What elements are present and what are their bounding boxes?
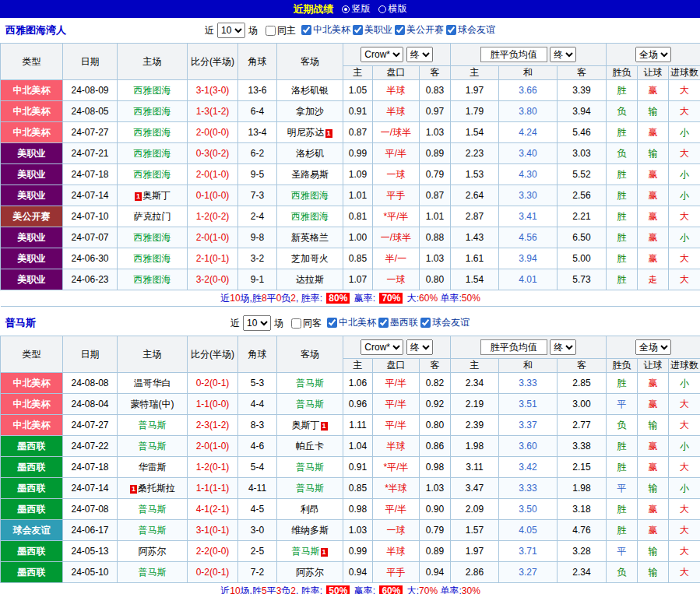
match-score[interactable]: 0-2(0-1)	[188, 373, 238, 394]
team-name[interactable]: 普马斯	[296, 483, 324, 494]
red-card-badge: 1	[321, 548, 328, 557]
team-name[interactable]: 维纳多斯	[291, 525, 329, 536]
match-score[interactable]: 3-2(0-0)	[188, 269, 238, 290]
team-name[interactable]: 奥斯丁	[292, 420, 320, 431]
team-name[interactable]: 西雅图海	[134, 232, 171, 243]
league-checkbox[interactable]	[378, 318, 389, 328]
team-name[interactable]: 阿苏尔	[296, 567, 324, 578]
team-name[interactable]: 帕丘卡	[296, 441, 324, 452]
team-name[interactable]: 西雅图海	[134, 85, 171, 96]
league-filter[interactable]: 球会友谊	[420, 316, 470, 329]
team-name[interactable]: 西雅图海	[134, 127, 171, 138]
match-score[interactable]: 2-1(0-1)	[188, 248, 238, 269]
scope-select[interactable]: 全场	[635, 47, 671, 62]
team-name[interactable]: 圣路易斯	[291, 169, 329, 180]
league-checkbox[interactable]	[395, 25, 405, 35]
team-name[interactable]: 新英格兰	[291, 232, 329, 243]
team-name[interactable]: 华雷斯	[139, 462, 167, 473]
league-checkbox[interactable]	[353, 25, 363, 35]
match-score[interactable]: 0-1(0-0)	[188, 185, 238, 206]
team-name[interactable]: 萨克拉门	[134, 211, 171, 222]
league-checkbox[interactable]	[420, 318, 431, 328]
games-count-select[interactable]: 10	[243, 315, 271, 331]
team-name[interactable]: 西雅图海	[134, 148, 171, 159]
team-name[interactable]: 西雅图海	[134, 274, 171, 285]
bookmaker-select[interactable]: Crow*	[361, 339, 403, 355]
team-name[interactable]: 普马斯	[296, 399, 324, 409]
league-checkbox[interactable]	[301, 25, 311, 35]
league-checkbox[interactable]	[327, 318, 337, 328]
team-name[interactable]: 普马斯	[139, 441, 167, 452]
same-venue-filter[interactable]: 同主	[266, 24, 296, 37]
league-checkbox[interactable]	[446, 25, 456, 35]
team-name[interactable]: 普马斯	[139, 525, 167, 536]
league-filter[interactable]: 美职业	[353, 23, 392, 37]
team-name[interactable]: 普马斯	[296, 378, 324, 388]
team-name[interactable]: 西雅图海	[291, 211, 329, 222]
match-score[interactable]: 1-2(0-2)	[188, 206, 238, 227]
team-name[interactable]: 桑托斯拉	[138, 483, 175, 494]
match-score[interactable]: 2-0(1-0)	[188, 436, 238, 457]
team-name[interactable]: 普马斯	[139, 567, 167, 578]
match-score[interactable]: 1-2(0-1)	[188, 457, 238, 478]
team-name[interactable]: 普马斯	[292, 546, 320, 557]
layout-option-horizontal[interactable]: 横版	[378, 2, 407, 16]
team-name[interactable]: 拿加沙	[296, 106, 324, 117]
match-score[interactable]: 3-1(3-0)	[188, 80, 238, 101]
match-score[interactable]: 1-1(0-0)	[188, 394, 238, 415]
match-score[interactable]: 2-3(1-2)	[188, 415, 238, 436]
team-name[interactable]: 达拉斯	[296, 274, 324, 285]
radio-selected-icon[interactable]	[342, 5, 350, 13]
scope-select[interactable]: 全场	[635, 339, 671, 355]
league-filter[interactable]: 中北美杯	[327, 316, 376, 329]
home-team-cell: 阿苏尔	[118, 541, 188, 562]
match-score[interactable]: 2-0(0-0)	[188, 122, 238, 143]
team-name[interactable]: 利昂	[301, 504, 319, 515]
layout-option-vertical[interactable]: 竖版	[342, 2, 371, 16]
radio-unselected-icon[interactable]	[378, 5, 386, 13]
team-name[interactable]: 洛杉矶银	[291, 85, 329, 96]
col-score: 比分(半场)	[188, 336, 238, 373]
home-team-cell: 普马斯	[118, 436, 188, 457]
team-name[interactable]: 奥斯丁	[142, 190, 171, 201]
team-name[interactable]: 蒙特瑞(中)	[131, 399, 174, 409]
avg-time-select[interactable]: 终	[550, 339, 576, 355]
team-name[interactable]: 西雅图海	[134, 106, 171, 117]
league-filter[interactable]: 中北美杯	[301, 23, 350, 37]
same-venue-filter[interactable]: 同客	[291, 317, 322, 330]
away-team-cell: 达拉斯	[277, 269, 343, 290]
match-score[interactable]: 3-1(0-1)	[188, 520, 238, 541]
match-score[interactable]: 1-1(1-1)	[188, 478, 238, 499]
bookmaker-select[interactable]: Crow*	[361, 47, 403, 62]
avg-time-select[interactable]: 终	[550, 47, 576, 62]
match-score[interactable]: 1-3(1-2)	[188, 101, 238, 122]
league-filter[interactable]: 美公开赛	[395, 23, 444, 37]
summary-part: 大:	[404, 293, 419, 304]
games-count-select[interactable]: 10	[217, 23, 245, 38]
team-name[interactable]: 阿苏尔	[139, 546, 167, 557]
match-score[interactable]: 0-2(0-1)	[188, 562, 238, 583]
match-score[interactable]: 2-2(0-0)	[188, 541, 238, 562]
same-venue-checkbox[interactable]	[291, 318, 301, 329]
team-name[interactable]: 温哥华白	[134, 378, 171, 388]
match-score[interactable]: 2-0(1-0)	[188, 164, 238, 185]
team-name[interactable]: 明尼苏达	[287, 127, 325, 138]
match-score[interactable]: 4-1(2-1)	[188, 499, 238, 520]
team-name[interactable]: 普马斯	[139, 504, 167, 515]
league-filter[interactable]: 墨西联	[378, 316, 418, 329]
same-venue-checkbox[interactable]	[266, 26, 276, 36]
league-filter[interactable]: 球会友谊	[446, 23, 495, 37]
match-score[interactable]: 2-0(1-0)	[188, 227, 238, 248]
team-name[interactable]: 西雅图海	[291, 190, 329, 201]
team-name[interactable]: 芝加哥火	[291, 253, 329, 264]
odds-time-select[interactable]: 终	[406, 339, 433, 355]
team-name[interactable]: 西雅图海	[134, 253, 171, 264]
avg-win-odds: 1.61	[451, 248, 499, 269]
handicap-line: 一球	[373, 269, 420, 290]
team-name[interactable]: 洛杉矶	[296, 148, 324, 159]
match-score[interactable]: 0-3(0-2)	[188, 143, 238, 164]
team-name[interactable]: 普马斯	[296, 462, 324, 473]
odds-time-select[interactable]: 终	[406, 47, 433, 62]
team-name[interactable]: 普马斯	[139, 420, 167, 431]
team-name[interactable]: 西雅图海	[134, 169, 171, 180]
